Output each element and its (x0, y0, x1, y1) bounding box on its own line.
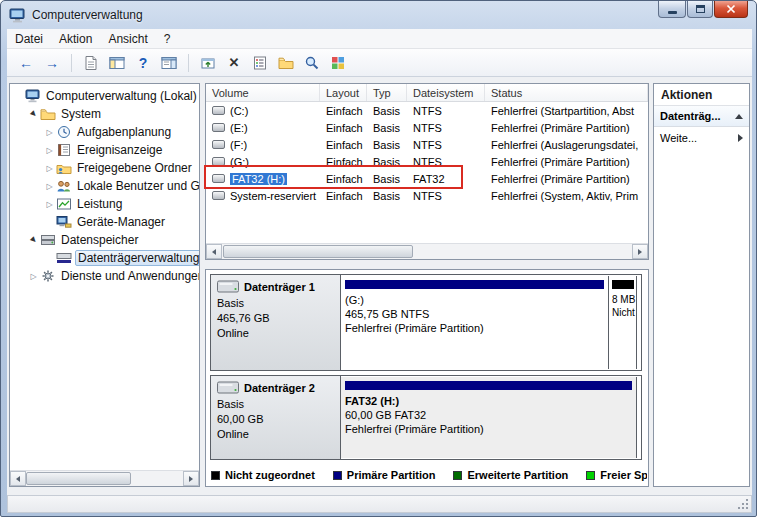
legend-label: Freier Speicher (600, 469, 647, 481)
up-level-icon (200, 55, 216, 71)
column-header-layout[interactable]: Layout (320, 84, 367, 101)
volume-row-c[interactable]: (C:) Einfach Basis NTFS Fehlerfrei (Star… (206, 102, 648, 119)
volume-typ: Basis (367, 102, 407, 119)
tree-item-label: Aufgabenplanung (75, 125, 173, 139)
expander-closed-icon[interactable] (28, 272, 39, 281)
tree-item-label: Geräte-Manager (75, 215, 167, 229)
volume-row-fat32-h[interactable]: FAT32 (H:) Einfach Basis FAT32 Fehlerfre… (206, 170, 648, 187)
menu-help[interactable]: ? (156, 30, 179, 48)
scroll-left-arrow[interactable] (10, 471, 26, 486)
column-header-typ[interactable]: Typ (367, 84, 407, 101)
disk-2-header[interactable]: Datenträger 2 Basis 60,00 GB Online (211, 376, 341, 459)
expander-closed-icon[interactable] (44, 182, 55, 191)
actions-section-datentraegerverwaltung[interactable]: Datenträg... (654, 106, 749, 127)
tree-item-system[interactable]: System (10, 105, 199, 123)
disk-2-row: Datenträger 2 Basis 60,00 GB Online FAT3… (210, 375, 642, 460)
expander-closed-icon[interactable] (44, 164, 55, 173)
tree-item-aufgabenplanung[interactable]: Aufgabenplanung (10, 123, 199, 141)
volume-horizontal-scrollbar[interactable] (206, 243, 648, 259)
disk-name: Datenträger 1 (244, 281, 315, 293)
legend-item-primary: Primäre Partition (333, 469, 436, 481)
disk-drive-icon (217, 381, 239, 394)
scrollbar-thumb[interactable] (223, 245, 413, 258)
tree-item-freigegebene-ordner[interactable]: Freigegebene Ordner (10, 159, 199, 177)
actions-section-weitere-aktionen[interactable]: Weite... (654, 127, 749, 148)
disk-type: Basis (217, 397, 334, 412)
volume-layout: Einfach (320, 102, 367, 119)
disk-1-header[interactable]: Datenträger 1 Basis 465,76 GB Online (211, 275, 341, 370)
volume-name: (E:) (230, 122, 248, 134)
volume-status: Fehlerfrei (Startpartition, Abst (485, 102, 648, 119)
tree-item-computerverwaltung[interactable]: Computerverwaltung (Lokal) (10, 87, 199, 105)
volume-layout: Einfach (320, 153, 367, 170)
tree-item-leistung[interactable]: Leistung (10, 195, 199, 213)
properties-button[interactable] (249, 52, 271, 74)
tree-item-datentraegerverwaltung[interactable]: Datenträgerverwaltung (10, 249, 199, 267)
tree-item-datenspeicher[interactable]: Datenspeicher (10, 231, 199, 249)
column-header-status[interactable]: Status (485, 84, 648, 101)
tree-item-label: Freigegebene Ordner (75, 161, 194, 175)
open-folder-button[interactable] (275, 52, 297, 74)
minimize-button[interactable] (658, 1, 686, 18)
resize-grip-icon[interactable] (737, 498, 749, 510)
close-button[interactable] (714, 1, 748, 18)
menu-aktion[interactable]: Aktion (51, 30, 100, 48)
expander-closed-icon[interactable] (44, 146, 55, 155)
partition-label: (G:) (345, 293, 604, 307)
scrollbar-thumb[interactable] (26, 472, 131, 485)
tree-item-lokale-benutzer[interactable]: Lokale Benutzer und Gruppen (10, 177, 199, 195)
partition-fat32-h[interactable]: FAT32 (H:) 60,00 GB FAT32 Fehlerfrei (Pr… (341, 377, 637, 458)
tree-item-geraete-manager[interactable]: Geräte-Manager (10, 213, 199, 231)
column-header-volume[interactable]: Volume (206, 84, 320, 101)
expander-open-icon[interactable] (28, 236, 39, 244)
column-header-dateisystem[interactable]: Dateisystem (407, 84, 485, 101)
maximize-button[interactable] (687, 1, 713, 18)
scroll-right-arrow[interactable] (632, 244, 648, 259)
console-tree-icon (109, 55, 125, 71)
search-icon (304, 55, 320, 71)
action-pane-icon (161, 55, 177, 71)
partition-g[interactable]: (G:) 465,75 GB NTFS Fehlerfrei (Primäre … (341, 276, 609, 369)
disk-graphical-pane: Datenträger 1 Basis 465,76 GB Online (G:… (205, 269, 649, 487)
back-button[interactable]: ← (15, 52, 37, 74)
tree-item-label: Computerverwaltung (Lokal) (44, 89, 199, 103)
tree-item-dienste-und-anwendungen[interactable]: Dienste und Anwendungen (10, 267, 199, 285)
expander-closed-icon[interactable] (44, 128, 55, 137)
primary-partition-band (345, 381, 632, 390)
volume-rows: (C:) Einfach Basis NTFS Fehlerfrei (Star… (206, 102, 648, 204)
customize-button[interactable] (327, 52, 349, 74)
expander-open-icon[interactable] (28, 110, 39, 118)
volume-row-f[interactable]: (F:) Einfach Basis NTFS Fehlerfrei (Ausl… (206, 136, 648, 153)
titlebar[interactable]: Computerverwaltung (1, 1, 756, 29)
help-button[interactable]: ? (132, 52, 154, 74)
console-tree-button[interactable] (106, 52, 128, 74)
legend-color-swatch (333, 471, 342, 480)
tree-item-ereignisanzeige[interactable]: Ereignisanzeige (10, 141, 199, 159)
forward-icon: → (45, 56, 59, 70)
menu-ansicht[interactable]: Ansicht (100, 30, 155, 48)
action-pane-button[interactable] (158, 52, 180, 74)
menu-datei[interactable]: Datei (7, 30, 51, 48)
search-button[interactable] (301, 52, 323, 74)
delete-button[interactable]: ✕ (223, 52, 245, 74)
unallocated-region[interactable]: 8 MB Nicht zugeordnet (610, 276, 637, 369)
scroll-right-arrow[interactable] (183, 471, 199, 486)
drive-icon (212, 140, 225, 149)
expander-closed-icon[interactable] (44, 200, 55, 209)
unallocated-status: Nicht zugeordnet (612, 306, 634, 319)
services-gear-icon (40, 269, 56, 283)
forward-button[interactable]: → (41, 52, 63, 74)
volume-row-g[interactable]: (G:) Einfach Basis NTFS Fehlerfrei (Prim… (206, 153, 648, 170)
tree-horizontal-scrollbar[interactable] (10, 470, 199, 486)
device-manager-icon (56, 215, 72, 229)
collapse-section-icon[interactable] (735, 114, 743, 119)
volume-row-e[interactable]: (E:) Einfach Basis NTFS Fehlerfrei (Prim… (206, 119, 648, 136)
statusbar (7, 495, 752, 513)
volume-row-system-reserviert[interactable]: System-reserviert Einfach Basis NTFS Feh… (206, 187, 648, 204)
up-level-button[interactable] (197, 52, 219, 74)
shared-folder-icon (56, 161, 72, 175)
export-list-button[interactable] (80, 52, 102, 74)
scroll-left-arrow[interactable] (206, 244, 222, 259)
drive-icon (212, 157, 225, 166)
tree-item-label: Datenträgerverwaltung (75, 250, 199, 266)
